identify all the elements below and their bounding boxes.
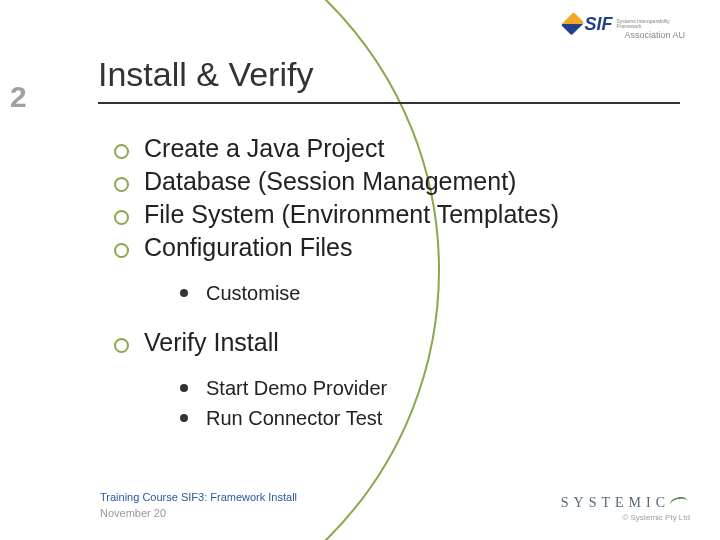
list-item: Configuration Files Customise [108, 231, 690, 308]
footer-course-name: Training Course SIF3: Framework Install [100, 490, 297, 506]
slide-title: Install & Verify [98, 55, 680, 100]
sub-bullet-text: Customise [206, 282, 300, 304]
bullet-text: Create a Java Project [144, 134, 384, 162]
list-item: File System (Environment Templates) [108, 198, 690, 231]
swoosh-icon [670, 495, 690, 509]
logo-brand-text: SIF [584, 14, 612, 35]
footer-date: November 20 [100, 506, 297, 522]
bullet-text: Verify Install [144, 328, 279, 356]
logo-diamond-icon [561, 12, 585, 36]
logo-subline: Association AU [624, 30, 685, 40]
sub-list-item: Run Connector Test [144, 403, 690, 433]
bullet-text: File System (Environment Templates) [144, 200, 559, 228]
footer: Training Course SIF3: Framework Install … [100, 490, 690, 522]
title-underline [98, 102, 680, 104]
footer-left: Training Course SIF3: Framework Install … [100, 490, 297, 522]
footer-right: SYSTEMIC © Systemic Pty Ltd [561, 493, 690, 522]
list-item: Verify Install Start Demo Provider Run C… [108, 326, 690, 433]
list-item: Create a Java Project [108, 132, 690, 165]
sub-list-item: Customise [144, 278, 690, 308]
company-logo-text: SYSTEMIC [561, 495, 670, 510]
sub-list-item: Start Demo Provider [144, 373, 690, 403]
sub-list: Customise [144, 278, 690, 308]
list-item: Database (Session Management) [108, 165, 690, 198]
sub-list: Start Demo Provider Run Connector Test [144, 373, 690, 433]
bullet-text: Configuration Files [144, 233, 352, 261]
sub-bullet-text: Start Demo Provider [206, 377, 387, 399]
copyright-text: © Systemic Pty Ltd [561, 513, 690, 522]
content-area: Create a Java Project Database (Session … [108, 132, 690, 451]
logo-tagline: Systems Interoperability Framework [616, 19, 685, 29]
bullet-list: Create a Java Project Database (Session … [108, 132, 690, 433]
title-block: Install & Verify [98, 55, 680, 104]
sub-bullet-text: Run Connector Test [206, 407, 382, 429]
slide-number: 2 [10, 80, 27, 114]
bullet-text: Database (Session Management) [144, 167, 516, 195]
company-logo: SYSTEMIC [561, 493, 690, 511]
